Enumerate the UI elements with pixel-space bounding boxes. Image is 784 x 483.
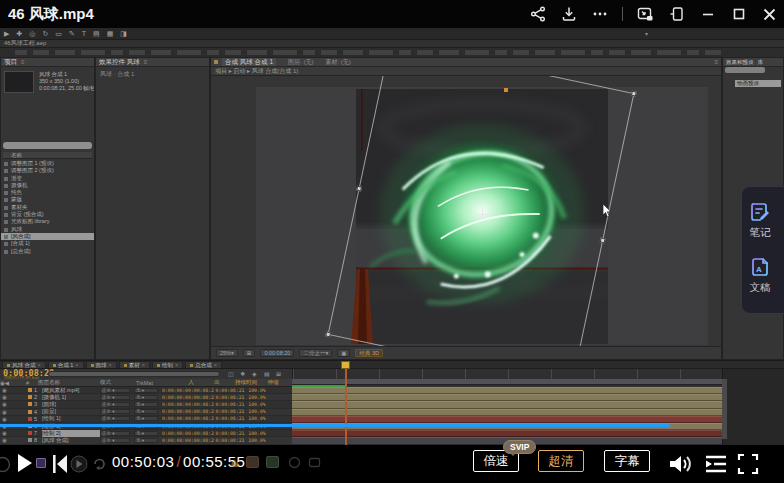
ae-project-panel-tab: 项目≡ — [1, 58, 94, 67]
ae-script-button — [656, 49, 682, 56]
settings-feature-icon[interactable] — [288, 456, 301, 469]
mini-player-icon[interactable] — [36, 458, 46, 468]
ae-script-button — [686, 49, 700, 56]
prev-episode-icon[interactable] — [52, 454, 68, 474]
ae-resolution: 二分之一▾ — [299, 349, 332, 357]
ae-script-button — [368, 49, 394, 56]
mini-window-icon[interactable] — [637, 6, 654, 23]
ae-anchor-handle — [504, 88, 508, 92]
share-icon[interactable] — [529, 6, 546, 23]
ae-layer-track-bar — [292, 409, 722, 416]
ae-effects-presets-tab: 效果和预设 — [726, 59, 754, 66]
ae-tool-icon: ↻ — [42, 29, 48, 39]
ae-effects-selected-item: 动画预设 — [735, 80, 781, 87]
ae-script-button — [246, 49, 268, 56]
ae-script-button — [302, 49, 316, 56]
ae-project-item-list: 调整图层 1 (预设)调整图层 2 (预设)渐变摄像机纯色蒙版素材夹背景 (预合… — [1, 160, 94, 255]
ae-script-button — [704, 49, 722, 56]
ae-script-button — [272, 49, 298, 56]
ae-tool-icon: ▤ — [93, 29, 100, 39]
ae-tool-icons: ▶✚◎↻▭✎T▤▦◨ — [4, 29, 127, 39]
transcript-button[interactable]: A 文稿 — [749, 256, 771, 295]
time-current: 00:50:03 — [112, 453, 174, 470]
folder-feature-icon[interactable] — [246, 456, 259, 468]
ae-timeline-right-gutter — [722, 369, 784, 446]
ae-script-button — [534, 49, 556, 56]
video-progress-bar[interactable] — [0, 424, 670, 427]
ae-project-name-header: 名称 — [3, 152, 92, 159]
ae-layer-track-bar — [292, 430, 722, 437]
download-icon[interactable] — [560, 6, 577, 23]
playlist-icon[interactable] — [704, 454, 728, 474]
time-separator: / — [174, 453, 183, 470]
close-icon[interactable] — [761, 6, 778, 23]
ae-tool-icon: ◎ — [29, 29, 35, 39]
player-window: ▶✚◎↻▭✎T▤▦◨ ▾ 46风球工程.aep 项目≡ 风球 合成 1 350 … — [0, 0, 784, 483]
ae-project-item: 背景 (预合成) — [1, 211, 94, 218]
ae-project-thumbnail — [4, 71, 34, 93]
ae-project-item: 调整图层 1 (预设) — [1, 160, 94, 167]
ae-work-area-bar — [292, 379, 722, 385]
ae-project-item: 纯色 — [1, 189, 94, 196]
next-episode-icon[interactable] — [70, 455, 88, 473]
ae-effects-search — [725, 67, 765, 73]
transcript-label: 文稿 — [750, 281, 771, 295]
ae-timeline-tab: 风球 合成× — [2, 361, 46, 368]
ae-script-button — [14, 49, 28, 56]
ae-project-tab-strip: 46风球工程.aep — [0, 40, 784, 48]
subtitle-button[interactable]: 字幕 — [604, 450, 650, 472]
titlebar-divider — [622, 7, 623, 21]
ae-effect-controls-tab: 效果控件 风球 — [99, 58, 140, 67]
ae-script-button — [128, 49, 146, 56]
ae-effect-controls-panel: 效果控件 风球≡ 风球 · 合成 1 — [95, 57, 210, 360]
edge-hidden-icon[interactable] — [0, 456, 11, 473]
ae-tool-icon: ✚ — [16, 29, 22, 39]
ae-layer-track-bar — [292, 394, 722, 401]
ae-effect-controls-subtitle: 风球 · 合成 1 — [100, 70, 209, 79]
ae-project-item: [风合成] — [1, 233, 94, 240]
ae-tool-icon: ▭ — [55, 29, 62, 39]
ae-viewer-toolbar: 25%▾ ⊞ 0:00:08:20 二分之一▾ ▣ 经典 3D — [211, 346, 721, 359]
ae-script-button — [512, 49, 530, 56]
ae-tool-icon: T — [82, 29, 86, 39]
play-button[interactable] — [18, 454, 32, 472]
ae-viewer-timecode: 0:00:08:20 — [260, 349, 294, 357]
ae-timeline-search — [48, 371, 220, 377]
ae-comp-viewer-tab: 合成 风球 合成 1 — [222, 58, 276, 67]
ae-project-item: 调整图层 2 (预设) — [1, 167, 94, 174]
ae-tool-icon: ▦ — [107, 29, 114, 39]
minimize-icon[interactable] — [699, 6, 716, 23]
volume-icon[interactable] — [668, 452, 694, 476]
ae-project-item: 蒙版 — [1, 196, 94, 203]
loop-icon[interactable] — [93, 457, 106, 470]
ae-app: ▶✚◎↻▭✎T▤▦◨ ▾ 46风球工程.aep 项目≡ 风球 合成 1 350 … — [0, 28, 784, 445]
quality-button[interactable]: 超清 — [538, 450, 584, 472]
vip-hand-icon[interactable] — [229, 457, 241, 469]
maximize-icon[interactable] — [730, 6, 747, 23]
ae-library-tab: 库 — [758, 59, 764, 66]
notes-button[interactable]: 笔记 — [749, 201, 771, 240]
svip-badge: SVIP — [503, 440, 536, 454]
ae-renderer: 经典 3D — [355, 349, 383, 357]
sidebar-toggle-icon[interactable] — [668, 6, 685, 23]
ae-script-button — [80, 49, 106, 56]
ae-script-button — [342, 49, 364, 56]
ae-timeline-tab: 绘制× — [152, 361, 183, 368]
image-feature-icon[interactable] — [266, 456, 279, 468]
capture-feature-icon[interactable] — [308, 456, 321, 469]
ae-script-button — [54, 49, 76, 56]
ae-script-button — [206, 49, 220, 56]
ae-toolbar: ▶✚◎↻▭✎T▤▦◨ ▾ — [0, 28, 784, 40]
ae-timeline-header: 0:00:08:20 00820 (25.00 fps) ◫❖ ◈▤ ⊞ — [0, 369, 784, 379]
ae-layer-viewer-tab: 图层: (无) — [288, 58, 313, 67]
ae-composition-viewer: 合成 风球 合成 1 图层: (无) 素材: (无) ≡ 项目 ▸ 启动 ▸ 风… — [210, 57, 722, 360]
ae-current-time-indicator — [341, 361, 350, 369]
ae-viewer-breadcrumb: 项目 ▸ 启动 ▸ 风球 合成(合成 1) — [211, 67, 721, 76]
mouse-cursor — [602, 204, 612, 218]
video-title: 46 风球.mp4 — [8, 5, 94, 24]
fullscreen-icon[interactable] — [737, 453, 759, 475]
ae-tool-icon: ▶ — [4, 29, 9, 39]
ae-timeline-tab: 圆球× — [86, 361, 117, 368]
svg-text:A: A — [756, 265, 762, 274]
more-icon[interactable] — [591, 6, 608, 23]
